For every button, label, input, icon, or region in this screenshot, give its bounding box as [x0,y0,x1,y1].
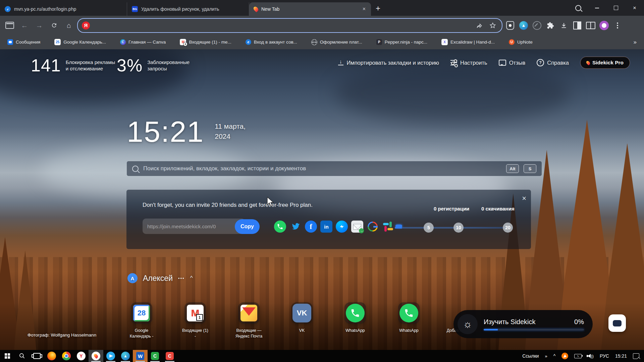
close-button[interactable]: × [625,0,644,16]
messenger-share-icon[interactable] [336,221,348,233]
app-google-calendar[interactable]: 28 GoogleКалендарь - [118,302,165,339]
whatsapp-share-icon[interactable] [274,221,286,233]
progress-thumb[interactable] [395,225,402,228]
browser-toolbar: ← → ⌂ Я ▲ [0,16,644,35]
bookmark-upnote[interactable]: U UpNote [509,39,533,45]
tab-background-remover[interactable]: BG Удалить фоновый рисунок, удалить [127,2,249,16]
app-label: Яндекс Почта [235,334,262,339]
bookmark-excalidraw[interactable]: X Excalidraw | Hand-d... [441,39,495,45]
app-whatsapp-2[interactable]: WhatsApp [385,302,432,334]
slack-share-icon[interactable] [382,221,394,233]
invite-link-input[interactable]: https://join.meetsidekick.com/0 [143,219,245,234]
milestone-5: 5 [424,223,434,233]
taskbar-firefox[interactable] [44,350,59,362]
tray-expand-chevron[interactable]: ^ [553,353,556,359]
blue-extension-icon[interactable]: ▲ [518,20,529,31]
back-icon[interactable]: ← [18,19,31,32]
twitter-share-icon[interactable] [289,221,302,233]
task-view-icon[interactable] [30,350,44,362]
customize-button[interactable]: Настроить [450,60,487,66]
sidekick-tour-widget[interactable]: ☼ Изучить Sidekick 0% [453,310,593,338]
vk-app-icon: VK [292,304,311,322]
taskbar-clock[interactable]: 15:21 [615,353,627,359]
downloads-icon[interactable] [558,20,570,31]
app-whatsapp-1[interactable]: WhatsApp [332,302,379,334]
bookmark-account-login[interactable]: e Вход в аккаунт сов... [246,39,297,45]
feedback-button[interactable]: Отзыв [499,60,526,66]
share-icon[interactable] [474,20,484,31]
tab-search-icon[interactable] [569,0,588,16]
new-tab-button[interactable]: + [376,4,380,13]
app-gmail[interactable]: M1 Входящие (1)- [172,302,219,339]
tab-close-icon[interactable]: × [362,6,366,12]
canva-icon: C [120,39,126,45]
taskbar-yandex-browser[interactable]: Y [74,350,89,362]
browser-menu-kebab-icon[interactable] [612,20,623,31]
contrast-panel-icon[interactable] [572,20,583,31]
bookmark-payment[interactable]: Оформление плат... [311,39,362,45]
home-icon[interactable]: ⌂ [62,19,75,32]
taskbar-word[interactable]: W [133,350,148,362]
profile-menu-dots-icon[interactable]: ••• [178,276,185,281]
copy-button[interactable]: Copy [235,219,260,234]
volume-icon[interactable]: )) [588,354,594,359]
taskbar-telegram[interactable] [103,350,118,362]
taskbar-recorder-red[interactable]: C [162,350,177,362]
taskbar-chrome[interactable] [59,350,74,362]
newtab-search-input[interactable]: Поиск приложений, вкладок, закладок, ист… [127,161,542,176]
stat-label: Блокировка рекламы [66,59,115,65]
maximize-button[interactable] [606,0,625,16]
sidekick-pro-button[interactable]: Sidekick Pro [580,57,630,69]
tab-new-tab[interactable]: New Tab × [249,2,371,16]
profile-row: A Алексей ••• ^ [127,273,193,283]
split-columns-icon[interactable] [585,20,596,31]
unread-badge: 6 [183,42,187,46]
start-button[interactable] [0,350,15,362]
address-bar[interactable]: Я [77,18,502,33]
google-share-icon[interactable] [367,221,379,233]
disabled-compass-icon[interactable] [531,20,543,31]
links-toolbar-label[interactable]: Ссылки [522,353,539,359]
taskbar-sidekick[interactable] [89,350,103,362]
privacy-lightbulb-icon[interactable] [504,20,516,31]
taskbar-camtasia-green[interactable]: C [148,350,162,362]
language-indicator[interactable]: РУС [600,353,609,359]
tab-login[interactable]: e mvn.ya-pc.ru/author/login.php [0,2,127,16]
forward-icon[interactable]: → [33,19,46,32]
bookmark-label: Сообщения [16,40,40,45]
links-overflow-chevron[interactable]: » [545,354,547,359]
bookmark-google-calendar[interactable]: 25 Google Календарь... [54,39,106,45]
avast-tray-icon[interactable] [561,353,568,359]
app-label: Google [135,328,148,333]
bookmark-star-icon[interactable] [488,20,498,31]
extensions-puzzle-icon[interactable] [545,20,556,31]
minimize-button[interactable] [588,0,606,16]
comment-icon [499,60,506,66]
sidebar-toggle-icon[interactable] [3,19,16,32]
notification-center-icon[interactable] [633,353,639,359]
taskbar-search-icon[interactable] [15,350,30,362]
tab-title: mvn.ya-pc.ru/author/login.php [14,6,122,12]
battery-icon[interactable]: ϟ [574,354,582,358]
collapse-chevron-icon[interactable]: ^ [190,275,193,282]
app-yandex-mail[interactable]: Входящие —Яндекс Почта [225,302,272,339]
photo-credit: Фотограф: Wolfgang Hasselmann [28,333,96,338]
bookmark-canva[interactable]: C Главная — Canva [120,39,166,45]
import-bookmarks-button[interactable]: Импортировать закладки и историю [338,60,439,66]
app-vk[interactable]: VK VK [278,302,325,334]
user-avatar[interactable]: A [127,273,138,283]
bookmark-messages[interactable]: Сообщения [7,39,40,45]
bookmark-label: Pepper.ninja - парс... [385,40,427,45]
help-button[interactable]: ? Справка [537,59,569,66]
taskbar-navigation-app[interactable]: ▲ [118,350,133,362]
linkedin-share-icon[interactable]: in [320,221,332,233]
bookmarks-overflow-chevron[interactable]: » [634,39,637,46]
windows-taskbar: Y ▲ W C C Ссылки » ^ ϟ )) РУС 15:21 [0,350,644,362]
facebook-share-icon[interactable]: f [305,221,317,233]
email-share-icon[interactable]: → [351,221,363,233]
bookmark-pepper-ninja[interactable]: P Pepper.ninja - парс... [376,39,427,45]
support-chat-button[interactable] [608,314,626,332]
bookmark-gmail-inbox[interactable]: M6 Входящие (1) - me... [180,39,231,45]
reload-icon[interactable] [48,19,60,32]
profile-avatar[interactable] [598,20,610,31]
